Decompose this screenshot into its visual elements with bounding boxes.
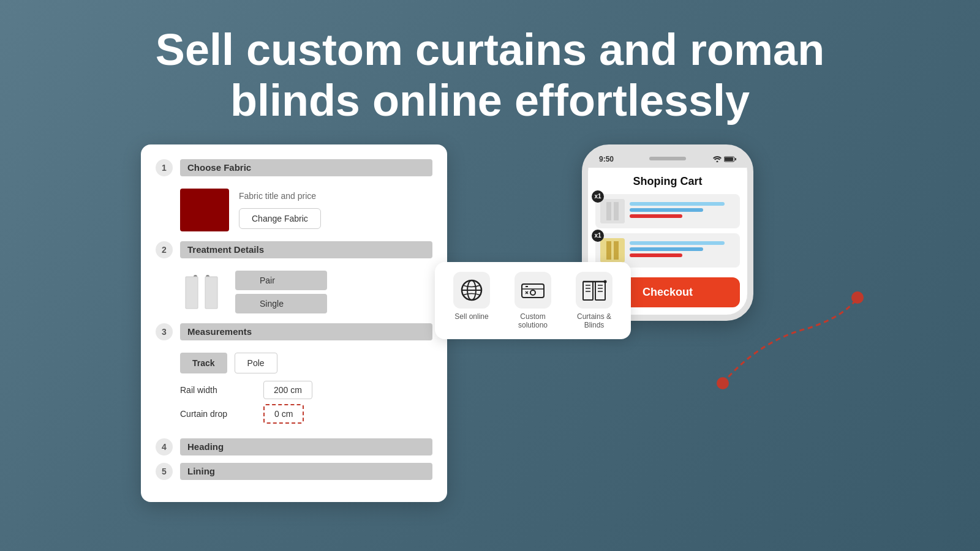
svg-point-6 [717,160,718,162]
measurements-title: Measurements [180,323,432,340]
treatment-details-section: 2 Treatment Details Pair Single [156,241,432,318]
phone-time: 9:50 [599,155,614,163]
hero-title: Sell custom curtains and roman blinds on… [107,24,873,126]
cart-thumb-1 [600,199,625,223]
custom-solution-label: Custom solutiono [508,312,557,329]
curtain-preview [180,271,223,313]
svg-rect-9 [735,158,736,160]
cart-item-2-details [630,241,735,260]
phone-status-bar: 9:50 [588,151,747,168]
globe-icon [459,278,484,302]
change-fabric-button[interactable]: Change Fabric [239,208,321,229]
heading-title: Heading [180,438,432,455]
svg-rect-15 [614,241,619,260]
sell-online-item: Sell online [447,272,496,329]
sewing-icon [519,278,546,302]
section-number-2: 2 [156,241,173,258]
svg-rect-13 [600,238,625,263]
svg-point-21 [530,290,535,295]
single-button[interactable]: Single [235,294,327,313]
curtain-drop-value[interactable]: 0 cm [263,404,304,424]
rail-width-label: Rail width [180,385,254,395]
heading-section: 4 Heading [156,438,432,455]
section-number-3: 3 [156,323,173,340]
svg-rect-27 [595,282,605,300]
icons-panel: Sell online Custom solutiono [435,262,631,339]
choose-fabric-title: Choose Fabric [180,159,432,176]
svg-point-35 [717,377,729,389]
svg-rect-12 [614,202,619,220]
cart-thumb-2 [600,238,625,263]
svg-point-28 [604,280,607,283]
section-number-1: 1 [156,159,173,176]
section-number-4: 4 [156,438,173,455]
curtain-drop-label: Curtain drop [180,409,254,419]
choose-fabric-section: 1 Choose Fabric Fabric title and price C… [156,159,432,236]
configurator-panel: 1 Choose Fabric Fabric title and price C… [141,144,447,502]
phone-notch-pill [649,157,686,160]
curtains-blinds-icon-circle [576,272,612,309]
svg-rect-8 [725,157,733,161]
sell-online-label: Sell online [454,312,488,321]
custom-solution-icon-circle [514,272,551,309]
phone-status-icons [713,156,736,162]
pair-button[interactable]: Pair [235,271,327,290]
custom-solution-item: Custom solutiono [508,272,557,329]
section-number-5: 5 [156,463,173,480]
svg-rect-5 [205,277,217,309]
svg-rect-26 [583,282,593,300]
svg-point-36 [851,291,864,304]
treatment-details-title: Treatment Details [180,241,432,258]
cart-title: Shoping Cart [595,175,740,188]
cart-badge-1: x1 [592,190,604,203]
cart-item-1-details [630,202,735,220]
fabric-swatch [180,189,229,231]
pole-button[interactable]: Pole [235,353,277,373]
curtains-icon [581,278,608,302]
lining-section: 5 Lining [156,463,432,480]
svg-rect-11 [606,202,611,220]
svg-rect-14 [606,241,611,260]
track-button[interactable]: Track [180,353,227,373]
fabric-label: Fabric title and price [239,191,432,201]
sell-online-icon-circle [453,272,490,309]
svg-rect-10 [600,199,625,223]
lining-title: Lining [180,463,432,480]
curtains-blinds-item: Curtains & Blinds [570,272,619,329]
curtains-blinds-label: Curtains & Blinds [570,312,619,329]
cart-badge-2: x1 [592,230,604,242]
cart-item-1: x1 [595,194,740,228]
svg-rect-4 [186,277,198,309]
measurements-section: 3 Measurements Track Pole Rail width 200… [156,323,432,433]
rail-width-value: 200 cm [263,381,312,399]
phone-area: 9:50 Shoping Cart [496,144,839,321]
